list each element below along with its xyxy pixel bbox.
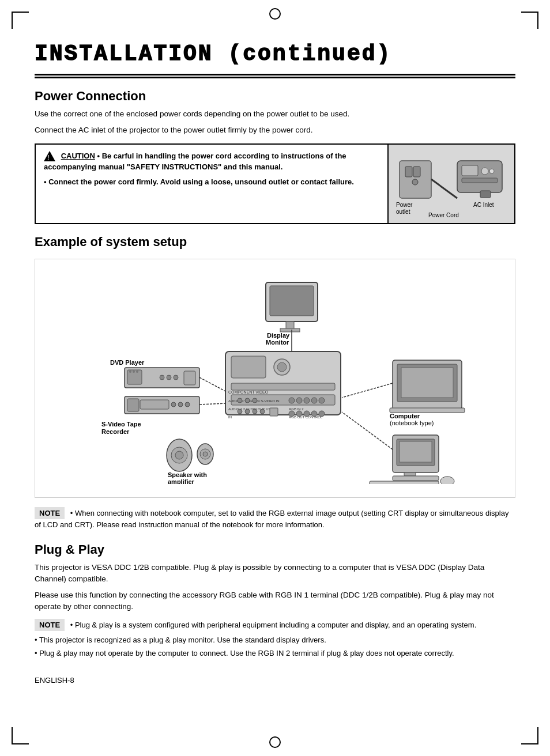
svg-point-62 (136, 371, 138, 373)
svg-rect-66 (127, 399, 139, 411)
svg-point-30 (245, 398, 250, 403)
top-circle-decoration (269, 8, 281, 20)
svg-text:outlet: outlet (396, 209, 410, 215)
svg-rect-77 (390, 408, 465, 413)
svg-point-60 (129, 371, 131, 373)
power-connection-body1: Use the correct one of the enclosed powe… (35, 108, 515, 120)
svg-text:AC Inlet: AC Inlet (473, 202, 494, 208)
footer: ENGLISH-8 (35, 676, 515, 685)
plug-play-heading: Plug & Play (35, 542, 515, 557)
svg-rect-21 (231, 383, 335, 390)
bottom-circle-decoration (269, 736, 281, 748)
page-title: INSTALLATION (continued) INSTALLATION (c… (35, 35, 515, 75)
svg-point-61 (133, 371, 135, 373)
svg-text:INSTALLATION (continued): INSTALLATION (continued) (35, 41, 391, 65)
svg-text:RGB IN     2: RGB IN 2 (289, 407, 304, 411)
plug-play-bullet-1: • This projector is recognized as a plug… (35, 634, 515, 646)
svg-point-20 (277, 362, 287, 372)
svg-point-57 (167, 375, 171, 380)
corner-br (521, 727, 538, 744)
svg-text:IN: IN (228, 415, 232, 419)
svg-rect-86 (370, 481, 439, 484)
plug-play-bullets: • This projector is recognized as a plug… (35, 634, 515, 659)
warning-triangle-icon (44, 151, 55, 161)
svg-point-69 (178, 402, 183, 407)
svg-rect-59 (184, 371, 195, 385)
svg-point-12 (481, 168, 488, 175)
svg-text:(notebook type): (notebook type) (390, 419, 434, 426)
svg-point-35 (260, 409, 265, 414)
svg-rect-76 (401, 368, 453, 398)
svg-point-32 (238, 409, 242, 414)
svg-rect-11 (462, 165, 478, 176)
svg-point-41 (319, 398, 325, 403)
svg-point-44 (304, 411, 310, 417)
svg-point-70 (185, 402, 190, 407)
svg-rect-4 (413, 167, 420, 177)
system-setup-note-line: NOTE • When connecting with notebook com… (35, 507, 515, 531)
svg-line-90 (342, 412, 393, 449)
plug-play-note-text: • Plug & play is a system configured wit… (70, 621, 477, 629)
corner-tr (521, 12, 538, 29)
svg-point-96 (203, 452, 208, 456)
svg-rect-3 (405, 167, 412, 177)
svg-text:Speaker with: Speaker with (168, 471, 207, 478)
caution-label: CAUTION (61, 152, 95, 160)
svg-rect-36 (270, 408, 278, 416)
svg-text:Power: Power (396, 202, 413, 208)
svg-line-8 (431, 179, 457, 198)
svg-text:DVD Player: DVD Player (110, 359, 145, 366)
power-connection-heading: Power Connection (35, 89, 515, 104)
svg-text:Computer: Computer (390, 413, 420, 419)
caution-box: CAUTION • Be carful in handling the powe… (35, 143, 515, 224)
svg-point-39 (304, 398, 310, 403)
svg-rect-85 (393, 476, 439, 481)
system-setup-diagram: COMPONENT VIDEO AUDIO IN VIDEO IN S-VIDE… (47, 271, 519, 484)
svg-point-34 (253, 409, 257, 414)
plug-play-body1: This projector is VESA DDC 1/2B compatib… (35, 562, 515, 585)
plug-play-body2: Please use this function by connecting t… (35, 589, 515, 613)
plug-play-bullet-2: • Plug & play may not operate by the com… (35, 648, 515, 659)
svg-line-64 (199, 377, 227, 392)
svg-point-31 (253, 398, 257, 403)
system-setup-note-text: • When connecting with notebook computer… (35, 509, 508, 530)
svg-text:S-Video Tape: S-Video Tape (101, 421, 141, 428)
svg-point-87 (440, 477, 454, 484)
svg-point-5 (412, 179, 418, 185)
power-connection-body2: Connect the AC inlet of the projector to… (35, 124, 515, 136)
svg-point-40 (311, 398, 317, 403)
svg-point-33 (245, 409, 250, 414)
plug-play-note-badge: NOTE (35, 619, 65, 632)
corner-tl (12, 12, 29, 29)
svg-text:COMPONENT VIDEO: COMPONENT VIDEO (228, 390, 269, 394)
plug-play-note-line: NOTE • Plug & play is a system configure… (35, 619, 515, 632)
svg-rect-67 (140, 400, 169, 409)
svg-line-80 (342, 383, 393, 398)
svg-point-42 (289, 411, 295, 417)
title-divider (35, 77, 515, 78)
svg-text:Recorder: Recorder (101, 428, 130, 435)
svg-text:Monitor: Monitor (266, 339, 289, 346)
note-badge: NOTE (35, 507, 65, 520)
svg-point-38 (296, 398, 302, 403)
caution-image-area: Power outlet Power Cord AC Inlet (387, 145, 514, 223)
caution-text2: • Connect the power cord firmly. Avoid u… (44, 176, 379, 188)
svg-point-56 (160, 375, 164, 380)
svg-point-43 (296, 411, 302, 417)
svg-point-45 (311, 411, 317, 417)
svg-rect-83 (400, 441, 432, 462)
system-diagram-area: COMPONENT VIDEO AUDIO IN VIDEO IN S-VIDE… (35, 259, 515, 498)
svg-text:AUDIO 1   2  AUDIO OUT  USB: AUDIO 1 2 AUDIO OUT USB (228, 407, 273, 411)
svg-point-46 (319, 411, 325, 417)
svg-line-73 (199, 403, 227, 405)
title-svg: INSTALLATION (continued) INSTALLATION (c… (35, 35, 519, 65)
caution-header-line: CAUTION • Be carful in handling the powe… (44, 150, 379, 173)
svg-rect-15 (480, 191, 491, 198)
svg-text:amplifier: amplifier (168, 478, 195, 484)
svg-rect-48 (270, 286, 314, 316)
svg-text:Power Cord: Power Cord (428, 212, 459, 218)
svg-rect-84 (404, 472, 416, 476)
svg-point-29 (238, 398, 242, 403)
corner-bl (12, 727, 29, 744)
caution-text-area: CAUTION • Be carful in handling the powe… (36, 145, 387, 223)
